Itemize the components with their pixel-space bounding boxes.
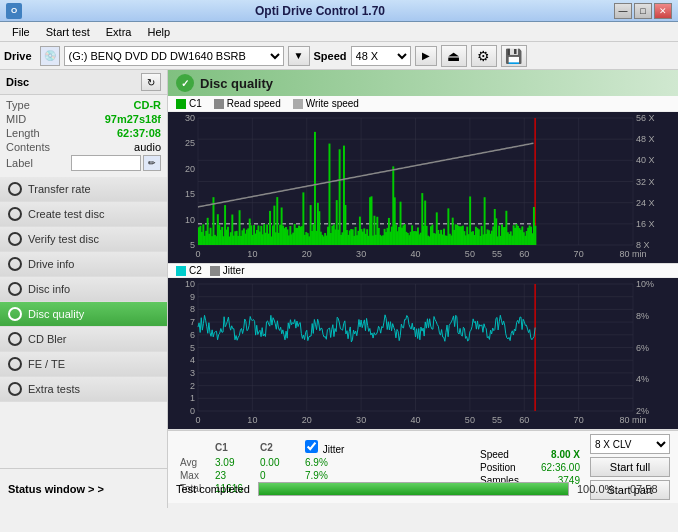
write-speed-legend-label: Write speed xyxy=(306,98,359,109)
sidebar-item-label: Drive info xyxy=(28,258,74,270)
jitter-check-label: Jitter xyxy=(323,444,345,455)
save-button[interactable]: 💾 xyxy=(501,45,527,67)
disc-info-icon xyxy=(8,282,22,296)
window-title: Opti Drive Control 1.70 xyxy=(26,4,614,18)
sidebar-item-label: Disc quality xyxy=(28,308,84,320)
stats-empty xyxy=(176,439,211,456)
disc-length-label: Length xyxy=(6,127,40,139)
right-panel: ✓ Disc quality C1 Read speed Write speed xyxy=(168,70,678,468)
sidebar-item-label: Create test disc xyxy=(28,208,104,220)
jitter-legend-color xyxy=(210,266,220,276)
minimize-button[interactable]: — xyxy=(614,3,632,19)
window-controls: — □ ✕ xyxy=(614,3,672,19)
disc-contents-label: Contents xyxy=(6,141,50,153)
drive-select[interactable]: (G:) BENQ DVD DD DW1640 BSRB xyxy=(64,46,284,66)
drivebar: Drive 💿 (G:) BENQ DVD DD DW1640 BSRB ▼ S… xyxy=(0,42,678,70)
disc-label-button[interactable]: ✏ xyxy=(143,155,161,171)
disc-label-input[interactable] xyxy=(71,155,141,171)
status-window-label: Status window > > xyxy=(8,483,104,495)
disc-contents-value: audio xyxy=(134,141,161,153)
avg-c1: 3.09 xyxy=(211,456,256,469)
extra-tests-icon xyxy=(8,382,22,396)
c1-legend-label: C1 xyxy=(189,98,202,109)
maximize-button[interactable]: □ xyxy=(634,3,652,19)
disc-quality-icon xyxy=(8,307,22,321)
sidebar-item-label: Verify test disc xyxy=(28,233,99,245)
speed-label: Speed xyxy=(314,50,347,62)
sidebar-item-create-test-disc[interactable]: Create test disc xyxy=(0,202,167,227)
avg-c2: 0.00 xyxy=(256,456,301,469)
avg-jitter: 6.9% xyxy=(301,456,348,469)
chart-legend: C1 Read speed Write speed xyxy=(168,96,678,112)
completed-text: Test completed xyxy=(176,483,250,495)
menu-help[interactable]: Help xyxy=(139,24,178,40)
speed-label-text: Speed xyxy=(480,449,509,460)
speed-select[interactable]: 48 X40 X32 X24 X xyxy=(351,46,411,66)
read-speed-legend-label: Read speed xyxy=(227,98,281,109)
speed-mode-select[interactable]: 8 X CLV xyxy=(590,434,670,454)
fe-te-icon xyxy=(8,357,22,371)
sidebar-item-label: Extra tests xyxy=(28,383,80,395)
left-panel: Disc ↻ Type CD-R MID 97m27s18f Length 62… xyxy=(0,70,168,468)
settings-button[interactable]: ⚙ xyxy=(471,45,497,67)
c2-chart xyxy=(168,278,678,429)
disc-length-value: 62:37:08 xyxy=(117,127,161,139)
menu-start-test[interactable]: Start test xyxy=(38,24,98,40)
disc-header: Disc ↻ xyxy=(0,70,167,95)
sidebar-item-label: Transfer rate xyxy=(28,183,91,195)
sidebar-item-drive-info[interactable]: Drive info xyxy=(0,252,167,277)
c1-legend-color xyxy=(176,99,186,109)
menubar: File Start test Extra Help xyxy=(0,22,678,42)
transfer-rate-icon xyxy=(8,182,22,196)
progress-bar-fill xyxy=(259,483,568,495)
menu-extra[interactable]: Extra xyxy=(98,24,140,40)
disc-refresh-button[interactable]: ↻ xyxy=(141,73,161,91)
speed-value: 8.00 X xyxy=(551,449,580,460)
speed-go-button[interactable]: ▶ xyxy=(415,46,437,66)
drive-label: Drive xyxy=(4,50,32,62)
close-button[interactable]: ✕ xyxy=(654,3,672,19)
eject-button[interactable]: ⏏ xyxy=(441,45,467,67)
read-speed-legend-color xyxy=(214,99,224,109)
cd-bler-icon xyxy=(8,332,22,346)
jitter-legend-label: Jitter xyxy=(223,265,245,276)
avg-label: Avg xyxy=(176,456,211,469)
disc-label-label: Label xyxy=(6,157,33,169)
sidebar-item-label: Disc info xyxy=(28,283,70,295)
status-right: Test completed 100.0% 07:58 xyxy=(168,469,678,508)
disc-mid-label: MID xyxy=(6,113,26,125)
app-icon: O xyxy=(6,3,22,19)
sidebar-item-verify-test-disc[interactable]: Verify test disc xyxy=(0,227,167,252)
titlebar: O Opti Drive Control 1.70 — □ ✕ xyxy=(0,0,678,22)
jitter-check-cell[interactable]: Jitter xyxy=(301,439,348,456)
disc-section-label: Disc xyxy=(6,76,29,88)
statusbar: Status window > > Test completed 100.0% … xyxy=(0,468,678,508)
create-test-disc-icon xyxy=(8,207,22,221)
stats-c2-header: C2 xyxy=(256,439,301,456)
drive-icon: 💿 xyxy=(40,46,60,66)
menu-file[interactable]: File xyxy=(4,24,38,40)
drive-refresh-button[interactable]: ▼ xyxy=(288,46,310,66)
sidebar-item-extra-tests[interactable]: Extra tests xyxy=(0,377,167,402)
sidebar-item-transfer-rate[interactable]: Transfer rate xyxy=(0,177,167,202)
disc-type-label: Type xyxy=(6,99,30,111)
c2-chart-container xyxy=(168,278,678,430)
drive-info-icon xyxy=(8,257,22,271)
stats-c1-header: C1 xyxy=(211,439,256,456)
c1-chart-container xyxy=(168,112,678,264)
write-speed-legend-color xyxy=(293,99,303,109)
status-window-button[interactable]: Status window > > xyxy=(0,469,168,508)
disc-type-value: CD-R xyxy=(134,99,162,111)
progress-bar-container xyxy=(258,482,569,496)
c2-legend-color xyxy=(176,266,186,276)
quality-icon: ✓ xyxy=(176,74,194,92)
verify-test-disc-icon xyxy=(8,232,22,246)
sidebar-item-label: CD Bler xyxy=(28,333,67,345)
sidebar-item-disc-info[interactable]: Disc info xyxy=(0,277,167,302)
sidebar-item-fe-te[interactable]: FE / TE xyxy=(0,352,167,377)
charts-area: C2 Jitter xyxy=(168,112,678,430)
sidebar-item-disc-quality[interactable]: Disc quality xyxy=(0,302,167,327)
sidebar-item-cd-bler[interactable]: CD Bler xyxy=(0,327,167,352)
progress-percentage: 100.0% xyxy=(577,483,622,495)
jitter-checkbox[interactable] xyxy=(305,440,318,453)
